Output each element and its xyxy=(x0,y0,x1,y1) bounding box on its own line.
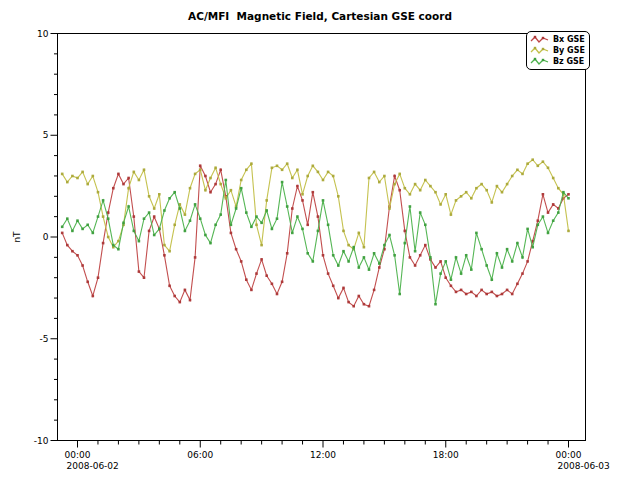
y-tick-label: -5 xyxy=(40,334,49,344)
data-point-marker xyxy=(138,179,141,182)
legend-marker xyxy=(534,36,536,38)
data-point-marker xyxy=(378,266,381,269)
data-point-marker xyxy=(542,193,545,196)
data-point-marker xyxy=(184,213,187,216)
data-point-marker xyxy=(414,183,417,186)
data-point-marker xyxy=(542,215,545,218)
data-point-marker xyxy=(143,276,146,279)
data-point-marker xyxy=(276,165,279,168)
legend-marker xyxy=(534,58,536,60)
data-point-marker xyxy=(97,215,100,218)
data-point-marker xyxy=(557,187,560,190)
data-point-marker xyxy=(199,169,202,172)
data-point-marker xyxy=(291,177,294,180)
data-point-marker xyxy=(567,230,570,233)
data-point-marker xyxy=(296,185,299,188)
bz-line-sample-icon xyxy=(530,57,550,66)
y-tick-label: 10 xyxy=(37,29,49,39)
data-point-marker xyxy=(194,173,197,176)
data-point-marker xyxy=(276,293,279,296)
legend: Bx GSE By GSE Bz GSE xyxy=(526,31,590,70)
data-point-marker xyxy=(281,281,284,284)
data-point-marker xyxy=(107,217,110,220)
data-point-marker xyxy=(404,242,407,245)
data-point-marker xyxy=(393,175,396,178)
data-point-marker xyxy=(506,248,509,251)
data-point-marker xyxy=(76,177,79,180)
data-point-marker xyxy=(306,252,309,255)
data-point-marker xyxy=(450,278,453,281)
data-point-marker xyxy=(173,191,176,194)
data-point-marker xyxy=(480,289,483,292)
x-tick-label: 12:00 xyxy=(310,450,336,460)
data-point-marker xyxy=(485,189,488,192)
data-point-marker xyxy=(419,211,422,214)
data-point-marker xyxy=(209,191,212,194)
data-point-marker xyxy=(306,175,309,178)
data-point-marker xyxy=(337,297,340,300)
data-point-marker xyxy=(531,246,534,249)
data-point-marker xyxy=(511,293,514,296)
data-point-marker xyxy=(66,181,69,184)
data-point-marker xyxy=(337,264,340,267)
data-point-marker xyxy=(235,248,238,251)
data-point-marker xyxy=(184,289,187,292)
data-point-marker xyxy=(368,177,371,180)
data-point-marker xyxy=(194,203,197,206)
data-point-marker xyxy=(230,189,233,192)
data-point-marker xyxy=(393,254,396,257)
legend-marker xyxy=(542,48,544,50)
data-point-marker xyxy=(61,232,64,235)
data-point-marker xyxy=(255,215,258,218)
data-point-marker xyxy=(455,256,458,259)
data-point-marker xyxy=(470,197,473,200)
data-point-marker xyxy=(378,262,381,265)
series-bx-gse xyxy=(61,165,570,308)
data-point-marker xyxy=(92,295,95,298)
data-point-marker xyxy=(531,158,534,161)
data-point-marker xyxy=(265,209,268,212)
data-point-marker xyxy=(127,187,130,190)
data-point-marker xyxy=(235,207,238,210)
data-point-marker xyxy=(86,224,89,227)
data-point-marker xyxy=(516,283,519,286)
data-point-marker xyxy=(61,173,64,176)
data-point-marker xyxy=(92,175,95,178)
data-point-marker xyxy=(496,295,499,298)
data-point-marker xyxy=(424,179,427,182)
data-point-marker xyxy=(511,175,514,178)
data-point-marker xyxy=(240,260,243,263)
data-point-marker xyxy=(429,256,432,259)
data-point-marker xyxy=(102,199,105,202)
data-point-marker xyxy=(209,177,212,180)
data-point-marker xyxy=(358,266,361,269)
data-point-marker xyxy=(460,289,463,292)
data-point-marker xyxy=(260,244,263,247)
x-date-label: 2008-06-02 xyxy=(67,461,119,471)
data-point-marker xyxy=(209,242,212,245)
series-markers xyxy=(61,165,570,308)
data-point-marker xyxy=(491,201,494,204)
data-point-marker xyxy=(301,199,304,202)
data-point-marker xyxy=(537,219,540,222)
data-point-marker xyxy=(225,179,228,182)
data-point-marker xyxy=(306,224,309,227)
data-point-marker xyxy=(71,175,74,178)
data-point-marker xyxy=(547,211,550,214)
data-point-marker xyxy=(301,228,304,231)
data-point-marker xyxy=(373,171,376,174)
data-point-marker xyxy=(225,197,228,200)
data-point-marker xyxy=(143,217,146,220)
data-point-marker xyxy=(363,246,366,249)
x-tick-label: 18:00 xyxy=(433,450,459,460)
data-point-marker xyxy=(179,301,182,304)
data-point-marker xyxy=(153,215,156,218)
legend-label-bx: Bx GSE xyxy=(553,35,585,44)
data-point-marker xyxy=(265,274,268,277)
data-point-marker xyxy=(439,272,442,275)
data-point-marker xyxy=(352,246,355,249)
data-point-marker xyxy=(97,276,100,279)
data-point-marker xyxy=(501,191,504,194)
data-point-marker xyxy=(404,230,407,233)
data-point-marker xyxy=(168,197,171,200)
